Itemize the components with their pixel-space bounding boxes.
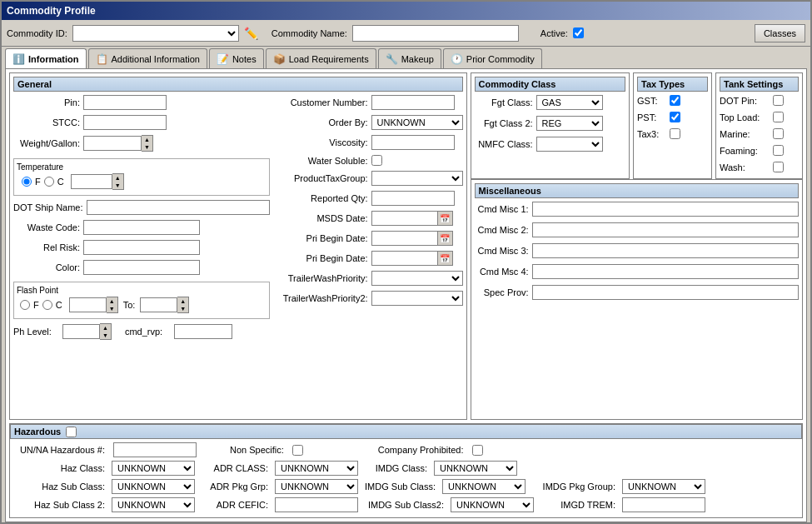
gst-checkbox[interactable] (670, 95, 680, 106)
cmd-misc4-input[interactable] (532, 264, 799, 279)
pri-begin-date2-input[interactable] (371, 251, 438, 266)
temp-c-radio[interactable] (44, 177, 54, 187)
haz-class-select[interactable]: UNKNOWN (112, 461, 195, 476)
trailer-wash-select[interactable] (371, 271, 463, 286)
product-tax-group-select[interactable] (371, 171, 463, 186)
pst-row: PST: (637, 112, 708, 122)
pri-begin-date2-row: Pri Begin Date: 📅 (276, 251, 463, 266)
msds-date-input[interactable] (371, 211, 438, 226)
unna-input[interactable] (113, 442, 197, 457)
dot-ship-input[interactable] (87, 200, 270, 215)
msds-date-cal-btn[interactable]: 📅 (438, 211, 453, 226)
imdg-class-select[interactable]: UNKNOWN (434, 461, 517, 476)
ph-input[interactable]: 0.00 (62, 324, 100, 339)
flash-to-input[interactable]: 0.00 (140, 297, 177, 312)
water-soluble-row: Water Soluble: (276, 155, 463, 166)
waste-code-input[interactable] (83, 220, 200, 235)
hazardous-checkbox[interactable] (66, 427, 77, 437)
ph-down[interactable]: ▼ (100, 332, 111, 339)
adr-class-select[interactable]: UNKNOWN (275, 461, 358, 476)
cmd-rvp-input[interactable] (174, 324, 232, 339)
temp-f-radio[interactable] (22, 177, 32, 187)
temp-input[interactable]: 0.00 (71, 174, 112, 189)
tab-prior-commodity[interactable]: 🕐 Prior Commodity (443, 48, 542, 68)
flash-from-down[interactable]: ▼ (107, 305, 117, 312)
reported-qty-input[interactable]: 0.00 (371, 191, 455, 206)
pri-begin-date2-cal-btn[interactable]: 📅 (438, 251, 453, 266)
flash-point-section: Flash Point F C 0.00 ▲ ▼ (13, 282, 270, 319)
commodity-id-select[interactable] (72, 25, 239, 42)
weight-up-btn[interactable]: ▲ (142, 136, 152, 143)
fgt-class2-label: Fgt Class 2: (475, 118, 533, 128)
classes-button[interactable]: Classes (755, 24, 805, 42)
haz-sub-class2-select[interactable]: UNKNOWN (112, 497, 195, 512)
top-load-checkbox[interactable] (773, 112, 784, 122)
fgt-class2-select[interactable]: REG (536, 116, 603, 131)
customer-number-input[interactable] (371, 95, 455, 110)
flash-to-up[interactable]: ▲ (177, 297, 188, 305)
company-prohibited-label: Company Prohibited: (378, 445, 464, 455)
tab-notes[interactable]: 📝 Notes (209, 48, 264, 68)
commodity-name-input[interactable] (352, 25, 519, 42)
top-load-row: Top Load: (720, 112, 799, 122)
misc-header: Miscellaneous (475, 183, 799, 198)
weight-down-btn[interactable]: ▼ (142, 143, 152, 151)
tab-makeup[interactable]: 🔧 Makeup (378, 48, 441, 68)
trailer-wash2-label: TrailerWashPriority2: (276, 293, 368, 303)
tab-information[interactable]: ℹ️ Information (5, 48, 87, 68)
marine-label: Marine: (720, 129, 770, 139)
nmfc-class-select[interactable] (536, 137, 603, 152)
pri-begin-date-input[interactable] (371, 231, 438, 246)
ph-up[interactable]: ▲ (100, 324, 111, 332)
active-checkbox[interactable] (573, 27, 584, 38)
dot-pin-checkbox[interactable] (773, 95, 784, 106)
weight-gallon-input[interactable] (83, 136, 142, 151)
spec-prov-input[interactable] (532, 285, 799, 300)
pencil-icon[interactable]: ✏️ (244, 27, 258, 40)
temp-up-btn[interactable]: ▲ (112, 174, 123, 182)
stcc-input[interactable] (83, 115, 167, 130)
tank-settings-title: Tank Settings (724, 79, 783, 89)
adr-cefic-input[interactable] (275, 497, 358, 512)
flash-f-radio[interactable] (20, 300, 30, 310)
water-soluble-checkbox[interactable] (371, 155, 382, 166)
pst-checkbox[interactable] (670, 112, 680, 122)
dot-ship-label: DOT Ship Name: (13, 202, 83, 212)
company-prohibited-checkbox[interactable] (472, 445, 483, 456)
flash-from-up[interactable]: ▲ (107, 297, 117, 305)
adr-pkg-grp-select[interactable]: UNKNOWN (275, 479, 358, 494)
marine-checkbox[interactable] (773, 128, 784, 139)
flash-f-label: F (33, 300, 39, 310)
order-by-select[interactable]: UNKNOWN (371, 115, 463, 130)
imdg-pkg-group-select[interactable]: UNKNOWN (622, 479, 705, 494)
trailer-wash2-select[interactable] (371, 291, 463, 306)
imgd-trem-input[interactable] (622, 497, 705, 512)
temp-f-label: F (35, 177, 41, 187)
tab-load-req[interactable]: 📦 Load Requirements (266, 48, 376, 68)
tab-additional[interactable]: 📋 Additional Information (88, 48, 207, 68)
spec-prov-row: Spec Prov: (475, 285, 799, 300)
imdg-sub-class2-select[interactable]: UNKNOWN (451, 497, 534, 512)
temp-down-btn[interactable]: ▼ (112, 182, 123, 189)
haz-sub-class-select[interactable]: UNKNOWN (112, 479, 195, 494)
fgt-class-select[interactable]: GAS (536, 95, 603, 110)
color-input[interactable] (83, 260, 200, 275)
cmd-misc3-input[interactable] (532, 243, 799, 258)
pin-input[interactable] (83, 95, 167, 110)
foaming-checkbox[interactable] (773, 145, 784, 156)
viscosity-input[interactable] (371, 135, 455, 150)
flash-to-down[interactable]: ▼ (177, 305, 188, 312)
non-specific-checkbox[interactable] (292, 445, 303, 456)
panel-general: General Pin: STCC: (9, 72, 467, 420)
wash-checkbox[interactable] (773, 162, 784, 172)
flash-c-radio[interactable] (42, 300, 52, 310)
notes-tab-icon: 📝 (217, 53, 229, 65)
dot-ship-row: DOT Ship Name: (13, 200, 270, 215)
imdg-sub-class-select[interactable]: UNKNOWN (442, 479, 526, 494)
pri-begin-date-cal-btn[interactable]: 📅 (438, 231, 453, 246)
rel-risk-input[interactable] (83, 240, 200, 255)
tax3-checkbox[interactable] (670, 128, 680, 139)
flash-from-input[interactable]: 0.00 (69, 297, 107, 312)
cmd-misc2-input[interactable] (532, 222, 799, 237)
cmd-misc1-input[interactable] (532, 202, 799, 217)
